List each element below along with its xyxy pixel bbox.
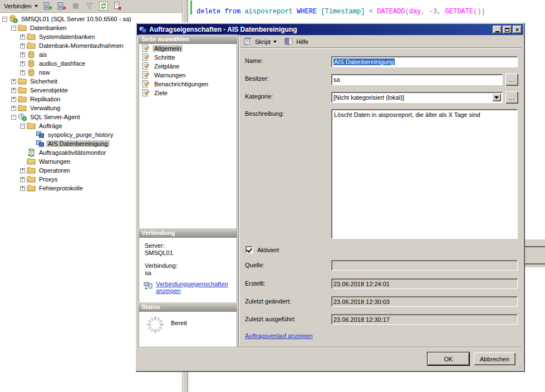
- page-item-warnungen[interactable]: Warnungen: [139, 71, 237, 80]
- database-icon: [27, 68, 36, 77]
- expand-icon[interactable]: +: [20, 61, 25, 66]
- owner-input-value: sa: [333, 76, 340, 83]
- checkmark-icon: [247, 247, 252, 253]
- folder-icon: [18, 77, 27, 86]
- enabled-checkbox[interactable]: [246, 246, 253, 253]
- collapse-icon[interactable]: -: [2, 17, 7, 22]
- ok-button[interactable]: OK: [428, 352, 469, 365]
- folder-icon: [27, 32, 36, 41]
- minimize-button[interactable]: [493, 26, 502, 33]
- tree-item-label: SQL Server-Agent: [28, 114, 81, 120]
- expand-icon[interactable]: +: [20, 52, 25, 57]
- folder-icon: [27, 184, 36, 193]
- tree-item-label: Sicherheit: [28, 78, 59, 85]
- database-icon: [27, 59, 36, 68]
- owner-browse-button[interactable]: ...: [505, 74, 518, 86]
- expand-icon[interactable]: +: [11, 106, 16, 111]
- resize-grip[interactable]: [516, 363, 523, 370]
- folder-icon: [18, 104, 27, 112]
- page-item-ziele[interactable]: Ziele: [139, 89, 237, 97]
- page-item-benachrichtigungen[interactable]: Benachrichtigungen: [139, 80, 237, 89]
- expand-icon[interactable]: +: [11, 97, 16, 102]
- maximize-button[interactable]: [503, 26, 512, 33]
- expand-icon[interactable]: +: [20, 43, 25, 48]
- page-item-schritte[interactable]: Schritte: [139, 53, 237, 62]
- tree-item-label: Datenbanken: [28, 24, 68, 31]
- dialog-toolbar: Skript Hilfe: [243, 36, 308, 47]
- connect-menu-button[interactable]: Verbinden: [2, 2, 40, 11]
- toolbar-icon-group: [42, 1, 124, 12]
- expand-icon[interactable]: +: [20, 168, 25, 173]
- job-icon: [36, 130, 45, 139]
- expand-icon[interactable]: +: [20, 70, 25, 75]
- connection-header: Verbindung: [139, 228, 237, 238]
- connection-label: Verbindung:: [145, 262, 178, 270]
- window-controls: ×: [492, 26, 522, 33]
- collapse-icon[interactable]: -: [11, 26, 16, 31]
- page-icon: [141, 53, 150, 62]
- expand-icon[interactable]: +: [11, 88, 16, 93]
- category-browse-button[interactable]: ...: [505, 91, 518, 104]
- sql-token: (: [405, 8, 409, 16]
- disconnect-button[interactable]: [56, 1, 68, 12]
- expand-icon[interactable]: +: [20, 177, 25, 182]
- page-item-allgemein[interactable]: Allgemein: [139, 44, 237, 53]
- description-textarea[interactable]: Löscht Daten in aisposreport, die älter …: [331, 109, 518, 239]
- sql-token: delete from: [197, 8, 244, 16]
- name-input[interactable]: AIS Datenbereinigung: [331, 56, 518, 67]
- delete-script-icon: [113, 2, 122, 11]
- folder-icon: [27, 157, 36, 166]
- page-item-label: Benachrichtigungen: [153, 81, 210, 87]
- expand-icon[interactable]: +: [20, 35, 25, 40]
- collapse-icon[interactable]: -: [20, 124, 25, 129]
- tree-item-label: Proxys: [37, 176, 60, 183]
- page-item-label: Schritte: [153, 54, 176, 61]
- tree-item-label: nsw: [37, 69, 52, 76]
- connection-value: sa: [145, 270, 151, 277]
- expand-icon[interactable]: +: [11, 79, 16, 84]
- tree-item-label: Replikation: [28, 96, 62, 102]
- tree-item-label: Warnungen: [37, 158, 72, 165]
- sql-token: WHERE: [297, 8, 321, 16]
- job-icon: [36, 139, 45, 148]
- job-history-link[interactable]: Auftragsverlauf anzeigen: [245, 332, 313, 339]
- expand-icon[interactable]: +: [20, 186, 25, 191]
- minimize-icon: [495, 31, 499, 32]
- close-button[interactable]: ×: [513, 26, 522, 33]
- delete-script-button[interactable]: [111, 1, 124, 12]
- stop-button: [70, 1, 82, 12]
- dropdown-arrow-button[interactable]: [492, 94, 501, 101]
- script-button[interactable]: Skript: [255, 38, 271, 45]
- connect-server-button[interactable]: [42, 1, 54, 12]
- page-icon: [141, 71, 150, 80]
- chevron-down-icon[interactable]: [273, 41, 277, 43]
- owner-input[interactable]: sa: [331, 74, 503, 85]
- modified-field: 23.06.2018 12:30:03: [331, 296, 518, 307]
- executed-label: Zuletzt ausgeführt:: [245, 316, 296, 322]
- panel-form-divider: [238, 35, 239, 347]
- tree-item-label: Serverobjekte: [28, 87, 70, 94]
- sql-query-text[interactable]: delete from aisposreport WHERE [Timestam…: [197, 8, 485, 16]
- dialog-titlebar[interactable]: Auftragseigenschaften - AIS Datenbereini…: [137, 24, 523, 35]
- sql-token: GETDATE: [445, 8, 473, 16]
- refresh-button[interactable]: [97, 1, 110, 12]
- created-label: Erstellt:: [245, 280, 266, 287]
- help-button[interactable]: Hilfe: [296, 38, 308, 45]
- page-item-zeitpläne[interactable]: Zeitpläne: [139, 62, 237, 71]
- cancel-button[interactable]: Abbrechen: [474, 352, 515, 365]
- status-text: Bereit: [171, 320, 187, 326]
- status-panel: Bereit: [139, 312, 237, 347]
- connection-properties-link-line2: anzeigen: [156, 287, 181, 294]
- page-icon: [141, 80, 150, 89]
- collapse-icon[interactable]: -: [11, 115, 16, 120]
- database-icon: [27, 50, 36, 59]
- connection-properties-link[interactable]: Verbindungseigenschaften anzeigen: [156, 281, 234, 294]
- tree-item-label: audius_dashface: [37, 60, 87, 67]
- category-select[interactable]: [Nicht kategorisiert (lokal)]: [331, 92, 503, 103]
- stop-icon: [71, 2, 80, 11]
- page-item-label: Zeitpläne: [153, 63, 181, 70]
- changed-lines-indicator: [190, 1, 192, 14]
- pages-header: Seite auswählen: [139, 35, 237, 44]
- sql-token: DATEADD: [377, 8, 405, 16]
- filter-icon: [85, 2, 94, 11]
